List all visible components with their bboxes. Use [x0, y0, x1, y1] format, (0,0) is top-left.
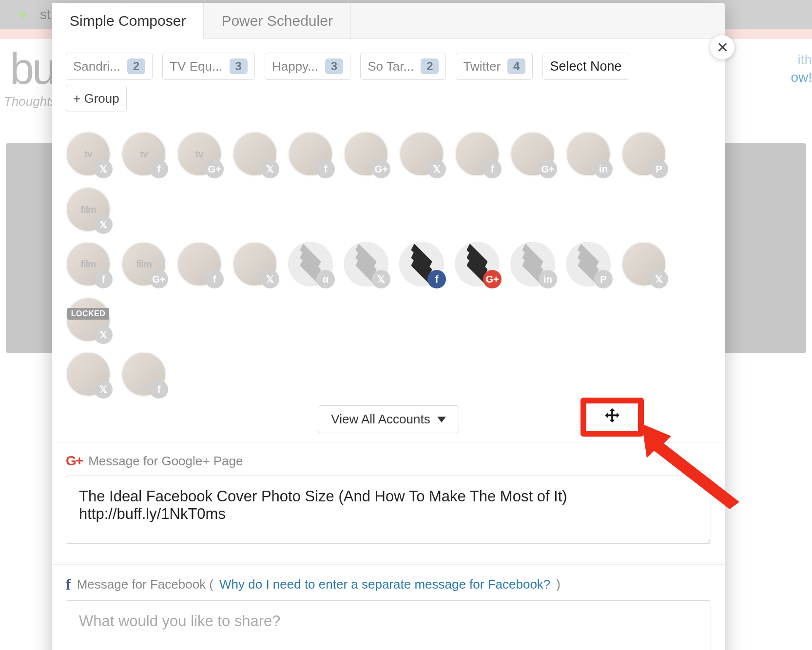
account-avatar[interactable]: 𝕏 — [66, 352, 111, 397]
pinterest-icon: P — [650, 160, 668, 178]
account-avatar[interactable]: 𝕏 — [232, 242, 277, 287]
section-header: f Message for Facebook ( Why do I need t… — [66, 575, 711, 593]
googleplus-icon: G+ — [539, 160, 557, 178]
facebook-icon: f — [150, 160, 168, 178]
account-avatar[interactable]: 𝕏 — [344, 242, 388, 287]
locked-badge: LOCKED — [67, 308, 110, 320]
account-avatar[interactable]: 𝕏 — [232, 132, 277, 176]
twitter-icon: 𝕏 — [650, 270, 668, 288]
account-avatar[interactable]: 𝕏 — [399, 132, 444, 176]
googleplus-message-section: G+ Message for Google+ Page — [52, 442, 725, 551]
section-label-suffix: ) — [556, 577, 561, 592]
group-pill[interactable]: TV Equ...3 — [162, 53, 255, 80]
linkedin-icon: in — [594, 160, 613, 178]
tab-simple-composer[interactable]: Simple Composer — [52, 3, 204, 39]
facebook-message-input[interactable] — [66, 600, 711, 650]
facebook-icon: f — [483, 160, 502, 178]
twitter-icon: 𝕏 — [94, 160, 113, 178]
account-avatar[interactable]: f — [288, 132, 333, 176]
twitter-icon: 𝕏 — [372, 270, 390, 288]
move-icon — [601, 406, 623, 428]
account-avatar[interactable]: in — [566, 132, 611, 176]
count-badge: 2 — [127, 58, 145, 74]
account-avatar[interactable]: film𝕏 — [66, 187, 111, 232]
account-avatar[interactable]: f — [121, 352, 166, 397]
account-avatar[interactable]: f — [455, 132, 500, 176]
googleplus-icon: G+ — [66, 453, 82, 469]
close-icon: ✕ — [716, 39, 729, 56]
facebook-icon: f — [427, 270, 446, 288]
twitter-icon: 𝕏 — [94, 215, 113, 234]
group-pill[interactable]: Sandri...2 — [66, 53, 153, 80]
svg-marker-0 — [642, 424, 739, 509]
annotation-arrow-icon — [642, 424, 749, 514]
account-avatar[interactable]: P — [566, 242, 611, 287]
googleplus-icon: G+ — [150, 270, 168, 288]
accounts-row-2: filmf filmG+ f 𝕏 α 𝕏 f G+ in P 𝕏 LOCKED𝕏 — [52, 232, 725, 342]
pinterest-icon: P — [594, 270, 613, 288]
background-text-right: ith ow! — [778, 51, 812, 87]
facebook-message-section: f Message for Facebook ( Why do I need t… — [52, 565, 725, 650]
add-group-button[interactable]: + Group — [66, 85, 127, 112]
account-avatar[interactable]: filmG+ — [121, 242, 166, 287]
account-avatar[interactable]: 𝕏 — [621, 242, 666, 287]
googleplus-icon: G+ — [372, 160, 390, 178]
account-group-pills: Sandri...2 TV Equ...3 Happy...3 So Tar..… — [52, 39, 725, 85]
group-pill[interactable]: So Tar...2 — [360, 53, 446, 80]
separate-message-help-link[interactable]: Why do I need to enter a separate messag… — [219, 577, 550, 592]
section-label-prefix: Message for Facebook ( — [77, 577, 213, 592]
group-actions: + Group — [52, 85, 725, 117]
alpha-badge-icon: α — [316, 270, 335, 288]
chevron-down-icon — [437, 417, 446, 422]
count-badge: 4 — [507, 58, 525, 74]
googleplus-icon: G+ — [205, 160, 224, 178]
googleplus-icon: G+ — [483, 270, 502, 288]
account-avatar[interactable]: f — [177, 242, 222, 287]
account-avatar[interactable]: G+ — [344, 132, 388, 176]
move-handle[interactable] — [580, 398, 644, 437]
account-avatar[interactable]: filmf — [66, 242, 111, 287]
account-avatar-selected[interactable]: G+ — [455, 242, 500, 287]
status-dot-icon — [19, 11, 26, 18]
twitter-icon: 𝕏 — [94, 380, 113, 399]
accounts-row-3: 𝕏 f — [52, 342, 725, 401]
count-badge: 2 — [421, 58, 439, 74]
account-avatar[interactable]: α — [288, 242, 333, 287]
twitter-icon: 𝕏 — [427, 160, 446, 178]
account-avatar[interactable]: in — [510, 242, 555, 287]
account-avatar-selected[interactable]: f — [399, 242, 444, 287]
twitter-icon: 𝕏 — [261, 160, 279, 178]
section-header: G+ Message for Google+ Page — [66, 453, 711, 469]
account-avatar[interactable]: tvf — [121, 132, 166, 176]
account-avatar[interactable]: P — [621, 132, 666, 176]
facebook-icon: f — [66, 575, 71, 593]
view-all-row: View All Accounts — [52, 401, 725, 442]
googleplus-message-input[interactable] — [66, 476, 711, 544]
group-pill[interactable]: Twitter4 — [456, 53, 533, 80]
tab-power-scheduler[interactable]: Power Scheduler — [204, 3, 350, 38]
account-avatar[interactable]: tv𝕏 — [66, 132, 111, 176]
section-label: Message for Google+ Page — [88, 454, 243, 469]
account-avatar[interactable]: tvG+ — [177, 132, 222, 176]
count-badge: 3 — [230, 58, 248, 74]
accounts-row-1: tv𝕏 tvf tvG+ 𝕏 f G+ 𝕏 f G+ in P film𝕏 — [52, 117, 725, 232]
view-all-accounts-button[interactable]: View All Accounts — [318, 405, 459, 433]
facebook-icon: f — [150, 380, 168, 399]
composer-tabs: Simple Composer Power Scheduler — [52, 3, 725, 39]
composer-modal: Simple Composer Power Scheduler ✕ Sandri… — [52, 3, 725, 650]
facebook-icon: f — [94, 270, 113, 288]
close-button[interactable]: ✕ — [710, 35, 735, 59]
twitter-icon: 𝕏 — [94, 325, 113, 344]
facebook-icon: f — [316, 160, 335, 178]
account-avatar-locked[interactable]: LOCKED𝕏 — [66, 297, 111, 342]
select-none-button[interactable]: Select None — [542, 53, 629, 80]
facebook-icon: f — [205, 270, 224, 288]
group-pill[interactable]: Happy...3 — [265, 53, 350, 80]
linkedin-icon: in — [539, 270, 557, 288]
count-badge: 3 — [325, 58, 343, 74]
account-avatar[interactable]: G+ — [510, 132, 555, 176]
twitter-icon: 𝕏 — [261, 270, 279, 288]
